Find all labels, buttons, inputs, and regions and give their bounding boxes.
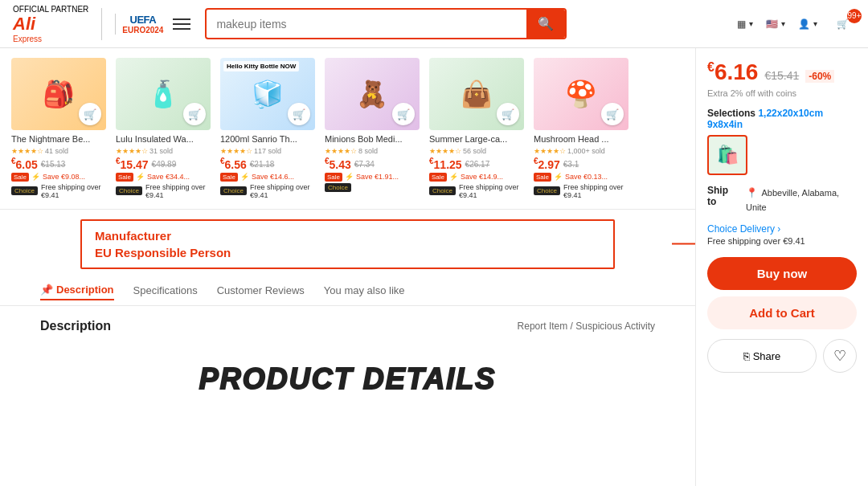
price-current: €5.43 bbox=[325, 157, 351, 171]
product-details-text: PRODUCT DETAILS bbox=[56, 362, 639, 396]
price-original: €21.18 bbox=[250, 160, 275, 169]
description-header: Description Report Item / Suspicious Act… bbox=[40, 319, 655, 333]
tab-specifications[interactable]: Specifications bbox=[133, 284, 198, 300]
cart-badge: 99+ bbox=[847, 9, 862, 23]
choice-badge: Choice bbox=[325, 183, 351, 192]
product-card[interactable]: 🎒 🛒 The Nightmare Be... ★★★★☆ 41 sold €6… bbox=[6, 55, 111, 202]
euro-badge: UEFA EURO2024 bbox=[115, 14, 163, 35]
product-card[interactable]: 🧸 🛒 Minions Bob Medi... ★★★★☆ 8 sold €5.… bbox=[320, 55, 424, 202]
logo-area: OFFICIAL PARTNER AliExpress UEFA EURO202… bbox=[13, 5, 163, 43]
delivery-label[interactable]: Choice Delivery › bbox=[707, 223, 857, 235]
tab-you-may-also-like[interactable]: You may also like bbox=[324, 284, 405, 300]
price-current: €2.97 bbox=[534, 157, 560, 171]
add-to-cart-circle[interactable]: 🛒 bbox=[392, 103, 415, 125]
price-original: €7.34 bbox=[354, 160, 375, 169]
product-label: Hello Kitty Bottle NOW bbox=[223, 61, 299, 71]
product-card[interactable]: 🧊 Hello Kitty Bottle NOW 🛒 1200ml Sanrio… bbox=[215, 55, 320, 202]
save-text: Save €34.4... bbox=[147, 173, 190, 181]
search-button[interactable]: 🔍 bbox=[526, 10, 565, 38]
product-title: 1200ml Sanrio Th... bbox=[220, 133, 315, 145]
cart-icon[interactable]: 🛒 99+ bbox=[830, 15, 855, 33]
product-card[interactable]: 👜 🛒 Summer Large-ca... ★★★★☆ 56 sold €11… bbox=[424, 55, 529, 202]
choice-row: Choice Free shipping over €9.41 bbox=[220, 183, 315, 199]
sale-row: Sale ⚡ Save €14.6... bbox=[220, 173, 315, 182]
bottom-actions: ⎘ Share ♡ bbox=[707, 339, 857, 373]
choice-badge: Choice bbox=[429, 186, 456, 195]
price-row: €2.97 €3.1 bbox=[534, 157, 628, 171]
share-button[interactable]: ⎘ Share bbox=[707, 339, 817, 373]
price-original: €49.89 bbox=[152, 160, 177, 169]
save-text: Save €14.9... bbox=[461, 173, 503, 181]
official-partner-text: OFFICIAL PARTNER bbox=[13, 5, 88, 14]
product-card[interactable]: 🧴 🛒 Lulu Insulated Wa... ★★★★☆ 31 sold €… bbox=[111, 55, 215, 202]
price-original: €15.13 bbox=[41, 160, 66, 169]
nav-tabs: 📌 Description Specifications Customer Re… bbox=[0, 279, 695, 306]
product-title: Lulu Insulated Wa... bbox=[116, 133, 211, 145]
selection-label: Selections 1,22x20x10cm 9x8x4in bbox=[707, 108, 857, 130]
annotation: 欧代和制造商一起展示， 展示的信息可折叠 bbox=[672, 231, 695, 257]
sale-row: Sale ⚡ Save €9.08... bbox=[11, 173, 106, 182]
product-stars: ★★★★☆ 31 sold bbox=[116, 147, 211, 155]
search-input[interactable] bbox=[207, 11, 526, 37]
product-image: 👜 🛒 bbox=[429, 58, 524, 130]
product-title: Summer Large-ca... bbox=[429, 133, 524, 145]
tab-description[interactable]: 📌 Description bbox=[40, 284, 114, 300]
price-big: €6.16 bbox=[707, 59, 758, 85]
add-to-cart-circle[interactable]: 🛒 bbox=[288, 103, 310, 125]
sold-count: 1,000+ sold bbox=[567, 147, 605, 155]
save-text: Save €9.08... bbox=[43, 173, 85, 181]
qr-code-icon[interactable]: ▦ ▾ bbox=[737, 18, 753, 30]
sold-count: 8 sold bbox=[358, 147, 378, 155]
eu-responsible-line2: EU Responsible Person bbox=[95, 246, 600, 259]
product-details-banner: PRODUCT DETAILS bbox=[40, 346, 655, 412]
description-title: Description bbox=[40, 319, 111, 333]
choice-badge: Choice bbox=[534, 186, 560, 195]
price-current: €15.47 bbox=[116, 157, 149, 171]
sale-badge: Sale bbox=[220, 173, 238, 182]
discount-badge: -60% bbox=[805, 70, 834, 83]
arrow-line bbox=[672, 243, 695, 245]
price-old: €15.41 bbox=[764, 69, 799, 82]
add-to-cart-circle[interactable]: 🛒 bbox=[183, 103, 206, 125]
logo-divider bbox=[101, 8, 102, 40]
account-icon[interactable]: 👤 ▾ bbox=[798, 18, 817, 30]
sale-row: Sale ⚡ Save €1.91... bbox=[325, 173, 420, 182]
price-row: €15.47 €49.89 bbox=[116, 157, 211, 171]
add-to-cart-circle[interactable]: 🛒 bbox=[497, 103, 519, 125]
free-ship: Free shipping over €9.41 bbox=[250, 183, 315, 199]
buy-now-button[interactable]: Buy now bbox=[707, 257, 857, 290]
choice-row: Choice Free shipping over €9.41 bbox=[534, 183, 628, 199]
manufacturer-section: Manufacturer EU Responsible Person bbox=[80, 219, 615, 269]
product-image: 🧊 Hello Kitty Bottle NOW 🛒 bbox=[220, 58, 315, 130]
product-thumbnail[interactable]: 🛍️ bbox=[707, 135, 747, 175]
report-link[interactable]: Report Item / Suspicious Activity bbox=[518, 321, 655, 332]
product-image: 🍄 🛒 bbox=[534, 58, 628, 130]
hamburger-button[interactable] bbox=[173, 13, 195, 35]
description-section: Description Report Item / Suspicious Act… bbox=[0, 306, 695, 425]
price-row: €6.56 €21.18 bbox=[220, 157, 315, 171]
product-title: Minions Bob Medi... bbox=[325, 133, 420, 145]
delivery-section: Choice Delivery › Free shipping over €9.… bbox=[707, 223, 857, 246]
sold-count: 56 sold bbox=[463, 147, 486, 155]
extra-discount-text: Extra 2% off with coins bbox=[707, 88, 857, 98]
wishlist-button[interactable]: ♡ bbox=[823, 339, 857, 373]
price-current: €11.25 bbox=[429, 157, 462, 171]
save-text: Save €0.13... bbox=[565, 173, 608, 181]
product-card[interactable]: 🍄 🛒 Mushroom Head ... ★★★★☆ 1,000+ sold … bbox=[529, 55, 633, 202]
ship-section: Ship to 📍 Abbeville, Alabama, Unite bbox=[707, 185, 857, 214]
sale-row: Sale ⚡ Save €34.4... bbox=[116, 173, 211, 182]
aliexpress-logo[interactable]: OFFICIAL PARTNER AliExpress bbox=[13, 5, 88, 43]
choice-badge: Choice bbox=[11, 186, 38, 195]
add-to-cart-circle[interactable]: 🛒 bbox=[601, 103, 624, 125]
sale-row: Sale ⚡ Save €14.9... bbox=[429, 173, 524, 182]
choice-row: Choice Free shipping over €9.41 bbox=[11, 183, 106, 199]
add-to-cart-button[interactable]: Add to Cart bbox=[707, 296, 857, 329]
manufacturer-line1: Manufacturer bbox=[95, 229, 600, 243]
add-to-cart-circle[interactable]: 🛒 bbox=[79, 103, 101, 125]
flag-icon[interactable]: 🇺🇸 ▾ bbox=[766, 18, 785, 30]
tab-customer-reviews[interactable]: Customer Reviews bbox=[217, 284, 305, 300]
choice-badge: Choice bbox=[220, 186, 247, 195]
sale-badge: Sale bbox=[11, 173, 29, 182]
heart-icon: ♡ bbox=[833, 347, 846, 365]
ship-address: Abbeville, Alabama, Unite bbox=[746, 188, 839, 212]
